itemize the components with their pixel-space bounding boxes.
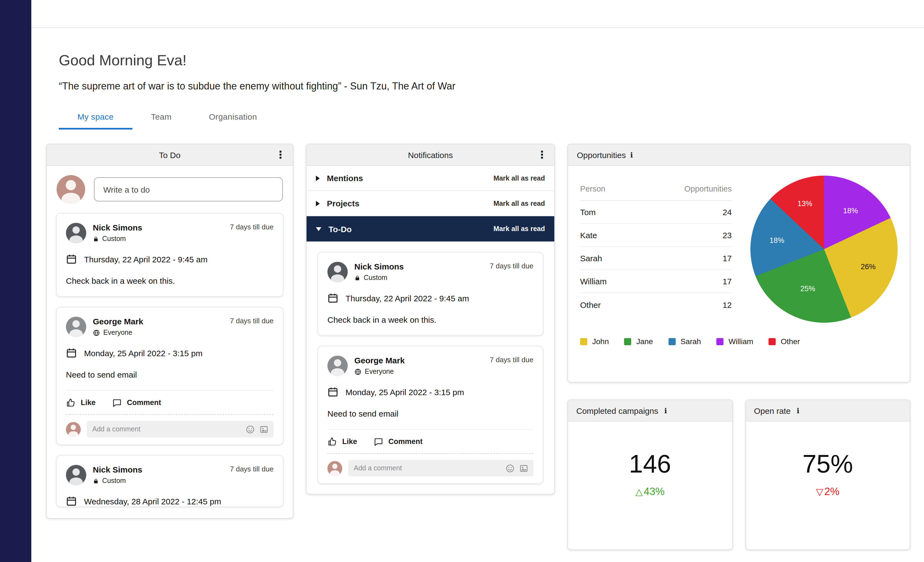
section-mentions[interactable]: Mentions Mark all as read xyxy=(306,166,554,191)
comment-input-box xyxy=(87,421,274,437)
main-content: Good Morning Eva! “The supreme art of wa… xyxy=(32,28,924,562)
audience-label: Everyone xyxy=(103,329,132,336)
due-label: 7 days till due xyxy=(230,223,274,243)
kebab-menu-icon[interactable]: ⋮ xyxy=(275,149,286,160)
legend-item: Other xyxy=(768,337,800,346)
person-cell: William xyxy=(580,277,607,286)
table-row: Sarah 17 xyxy=(580,247,732,270)
comment-bubble-icon xyxy=(374,436,384,447)
datetime-text: Thursday, 22 April 2022 - 9:45 am xyxy=(84,254,208,264)
todo-item: George Mark Everyone 7 days till due xyxy=(56,307,284,445)
notifications-card-title: Notifications xyxy=(408,150,453,160)
value-cell: 23 xyxy=(723,230,732,240)
kpi-value: 146 xyxy=(568,449,732,478)
kpi-card-header: Open rate ℹ xyxy=(746,400,910,422)
opportunities-pie: 18% 26% 25% 18% 13% xyxy=(750,176,898,323)
author-name: George Mark xyxy=(354,356,483,365)
todo-card: To Do ⋮ Nick Simon xyxy=(46,144,293,519)
datetime-text: Wednesday, 28 April 2022 - 12:45 pm xyxy=(84,496,221,506)
kpi-title: Open rate xyxy=(754,406,790,415)
opportunities-card-header: Opportunities ℹ xyxy=(568,144,910,166)
todo-text: Need to send email xyxy=(66,370,274,390)
kpi-delta: 2% xyxy=(746,486,910,498)
legend-swatch xyxy=(624,338,632,345)
pie-label: 25% xyxy=(800,285,815,293)
kpi-card-header: Completed campaigns ℹ xyxy=(568,400,732,422)
due-label: 7 days till due xyxy=(490,262,533,282)
like-label: Like xyxy=(81,398,96,407)
info-icon[interactable]: ℹ xyxy=(630,151,633,158)
pie-label: 26% xyxy=(861,263,876,271)
down-triangle-icon xyxy=(816,487,823,497)
notification-text: Check back in a week on this. xyxy=(327,315,533,335)
pie-label: 18% xyxy=(770,236,784,245)
kebab-menu-icon[interactable]: ⋮ xyxy=(537,149,547,160)
comment-input[interactable] xyxy=(92,425,241,433)
section-todo[interactable]: To-Do Mark all as read xyxy=(306,216,554,242)
image-icon[interactable] xyxy=(519,463,528,473)
legend-label: John xyxy=(592,337,609,346)
tab-bar: My space Team Organisation xyxy=(59,105,910,130)
tab-my-space[interactable]: My space xyxy=(59,105,132,130)
calendar-icon xyxy=(66,347,77,359)
emoji-icon[interactable] xyxy=(506,463,515,473)
chevron-down-icon xyxy=(316,227,321,231)
comment-button[interactable]: Comment xyxy=(374,436,423,447)
calendar-icon xyxy=(66,496,77,507)
value-cell: 24 xyxy=(723,208,732,217)
mark-all-read-button[interactable]: Mark all as read xyxy=(494,225,545,233)
calendar-icon xyxy=(66,254,77,265)
todo-input[interactable] xyxy=(94,177,283,202)
avatar xyxy=(327,356,348,376)
notification-item: Nick Simons Custom 7 days till due xyxy=(318,252,543,336)
like-button[interactable]: Like xyxy=(327,436,357,447)
table-row: William 17 xyxy=(580,270,732,293)
person-cell: Sarah xyxy=(580,254,602,263)
person-cell: Tom xyxy=(580,208,596,217)
author-name: Nick Simons xyxy=(354,262,483,271)
kpi-title: Completed campaigns xyxy=(576,406,658,415)
kpi-value: 75% xyxy=(746,449,910,478)
section-label: Mentions xyxy=(327,173,363,183)
page-greeting: Good Morning Eva! xyxy=(59,52,910,69)
info-icon[interactable]: ℹ xyxy=(664,407,667,414)
avatar xyxy=(327,262,348,282)
chevron-right-icon xyxy=(316,175,320,181)
legend-label: Jane xyxy=(636,337,653,346)
author-name: Nick Simons xyxy=(93,465,223,474)
legend-swatch xyxy=(768,338,776,345)
avatar xyxy=(66,465,86,485)
chevron-right-icon xyxy=(316,200,320,206)
like-button[interactable]: Like xyxy=(66,398,96,408)
table-row: Other 12 xyxy=(580,293,732,316)
up-triangle-icon xyxy=(635,487,642,497)
info-icon[interactable]: ℹ xyxy=(796,407,799,414)
due-label: 7 days till due xyxy=(230,465,274,485)
audience-label: Everyone xyxy=(365,368,394,375)
datetime-text: Thursday, 22 April 2022 - 9:45 am xyxy=(345,293,469,303)
person-cell: Kate xyxy=(580,230,597,240)
avatar xyxy=(57,175,85,203)
comment-input-box xyxy=(348,460,533,476)
tab-team[interactable]: Team xyxy=(132,105,190,130)
todo-item: Nick Simons Custom 7 days till due xyxy=(56,213,284,297)
section-projects[interactable]: Projects Mark all as read xyxy=(306,191,554,216)
datetime-text: Monday, 25 April 2022 - 3:15 pm xyxy=(345,387,464,396)
comment-button[interactable]: Comment xyxy=(112,398,161,408)
mark-all-read-button[interactable]: Mark all as read xyxy=(494,174,545,182)
notification-item: George Mark Everyone 7 days till due xyxy=(318,346,543,484)
pie-legend: John Jane Sarah xyxy=(580,337,898,346)
dashboard-columns: To Do ⋮ Nick Simon xyxy=(46,144,910,550)
image-icon[interactable] xyxy=(259,424,268,434)
legend-swatch xyxy=(668,338,675,345)
pie-label: 13% xyxy=(797,199,812,208)
comment-input[interactable] xyxy=(354,464,501,472)
emoji-icon[interactable] xyxy=(246,424,255,434)
table-row: Kate 23 xyxy=(580,224,732,247)
avatar xyxy=(327,461,342,475)
tab-organisation[interactable]: Organisation xyxy=(190,105,276,130)
todo-item: Nick Simons Custom 7 days till due xyxy=(56,455,284,507)
mark-all-read-button[interactable]: Mark all as read xyxy=(494,199,545,207)
opportunities-card: Opportunities ℹ Person Opportunities xyxy=(567,144,910,383)
legend-label: William xyxy=(728,337,753,346)
